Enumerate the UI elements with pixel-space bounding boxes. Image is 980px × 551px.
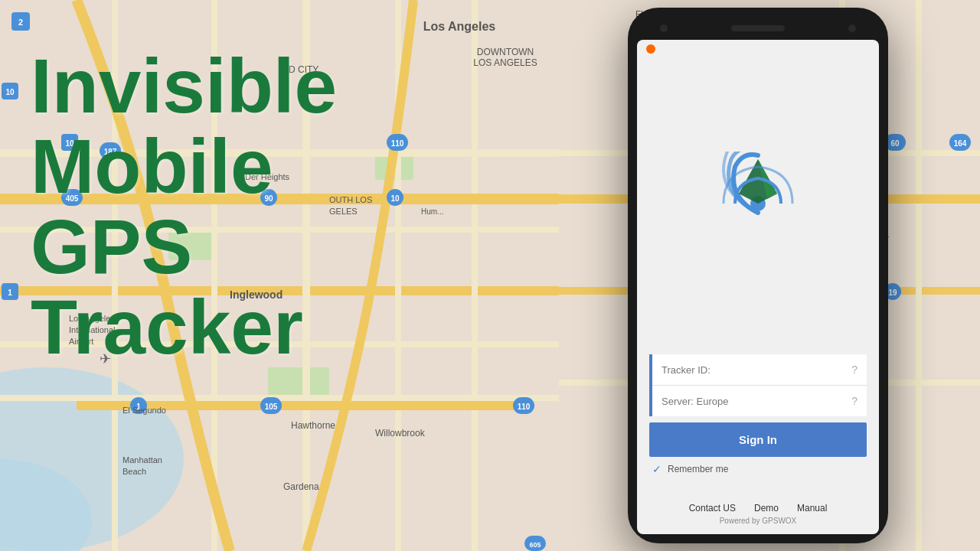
svg-text:Los Angeles: Los Angeles [423,20,496,33]
title-line4: Tracker [31,287,490,367]
title-line2: Mobile [31,126,490,207]
login-form: ? ? Sign In ✓ Remember me [637,354,879,494]
title-overlay: Invisible Mobile GPS Tracker [31,46,490,367]
server-input[interactable] [662,396,851,407]
sign-in-button[interactable]: Sign In [649,422,867,457]
tracker-id-input[interactable] [662,364,851,376]
tracker-id-field[interactable]: ? [652,354,867,386]
phone-top-bar [637,17,879,40]
status-dot [646,44,655,54]
svg-text:1: 1 [8,289,12,297]
svg-text:Manhattan: Manhattan [122,455,162,465]
phone-frame: ? ? Sign In ✓ Remember me Contact US Dem… [628,8,888,543]
phone-camera-right [848,24,856,32]
svg-text:El Segundo: El Segundo [122,406,166,415]
manual-link[interactable]: Manual [797,503,827,514]
remember-me-label: Remember me [668,464,728,474]
server-help-icon[interactable]: ? [851,395,858,407]
svg-text:Gardena: Gardena [283,481,319,492]
server-field[interactable]: ? [652,386,867,416]
svg-text:110: 110 [518,403,531,411]
svg-text:164: 164 [954,139,967,148]
svg-text:60: 60 [890,139,900,148]
title-line1: Invisible [31,46,490,126]
svg-text:10: 10 [5,88,15,96]
svg-text:Hawthorne: Hawthorne [291,420,335,431]
title-line3: GPS [31,207,490,287]
form-section: ? ? [649,354,867,416]
contact-us-link[interactable]: Contact US [689,503,736,514]
remember-me-checkbox[interactable]: ✓ [652,463,662,475]
logo-area [697,40,819,354]
bottom-links: Contact US Demo Manual [637,494,879,517]
svg-text:19: 19 [888,289,897,297]
svg-text:605: 605 [529,541,541,549]
phone-speaker [731,25,785,31]
phone-camera-left [660,24,668,32]
powered-by: Powered by GPSWOX [720,517,797,534]
svg-text:2: 2 [18,18,23,27]
demo-link[interactable]: Demo [754,503,779,514]
svg-text:Beach: Beach [122,467,146,476]
remember-me-row: ✓ Remember me [649,463,867,475]
phone-screen: ? ? Sign In ✓ Remember me Contact US Dem… [637,40,879,534]
svg-text:Willowbrook: Willowbrook [375,428,426,439]
tracker-help-icon[interactable]: ? [851,364,858,376]
svg-text:105: 105 [265,403,278,411]
phone-container: ? ? Sign In ✓ Remember me Contact US Dem… [628,8,888,543]
